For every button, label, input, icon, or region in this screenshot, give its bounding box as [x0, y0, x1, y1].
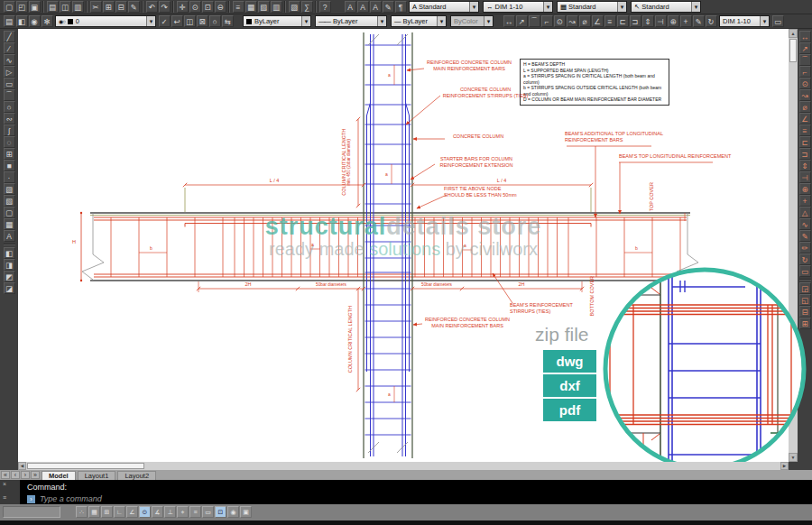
dim-aligned-icon[interactable]: ↗ — [799, 42, 811, 54]
dim-angular-icon[interactable]: ∠ — [799, 113, 811, 124]
layer-on-icon[interactable]: ◉ — [29, 15, 41, 27]
scroll-left-icon[interactable]: ◀ — [18, 462, 26, 470]
dim-linear-icon[interactable]: ↔ — [503, 15, 515, 27]
next-tab-icon[interactable]: › — [21, 471, 30, 479]
annotative-text-icon[interactable]: A — [370, 1, 382, 13]
properties-icon[interactable]: ≡ — [233, 1, 245, 13]
ortho-mode-button[interactable]: ∟ — [114, 506, 125, 518]
markup-icon[interactable]: ▨ — [289, 1, 300, 13]
scroll-right-icon[interactable]: ▶ — [780, 462, 789, 470]
badge-dxf[interactable]: dxf — [543, 374, 596, 397]
tab-model[interactable]: Model — [42, 471, 76, 480]
horizontal-scroll-thumb[interactable] — [27, 463, 144, 469]
dim-edit-icon[interactable]: ✎ — [799, 230, 811, 242]
cut-icon[interactable]: ✂ — [90, 1, 102, 13]
command-input[interactable]: Type a command — [40, 494, 102, 503]
first-tab-icon[interactable]: « — [1, 471, 10, 479]
table-icon[interactable]: ▦ — [4, 218, 15, 230]
quick-properties-button[interactable]: ⊡ — [215, 506, 226, 518]
linetype-combo[interactable]: ——ByLayer — [315, 15, 387, 27]
ellipse-icon[interactable]: ◌ — [4, 136, 15, 148]
layer-lock-icon[interactable]: ⊠ — [197, 15, 208, 27]
selection-cycling-button[interactable]: ◉ — [227, 506, 239, 518]
dim-break-icon[interactable]: ⊣ — [655, 15, 667, 27]
dim-ordinate-icon[interactable]: ⌐ — [799, 66, 811, 78]
gradient-icon[interactable]: ▧ — [4, 195, 15, 207]
paste-icon[interactable]: ⊟ — [115, 1, 127, 13]
layer-combo[interactable]: ◉○0 — [55, 15, 156, 27]
layer-freeze-icon[interactable]: ✻ — [42, 15, 53, 27]
object-snap-button[interactable]: ⊙ — [139, 506, 151, 518]
match-properties-icon[interactable]: ✎ — [128, 1, 140, 13]
text-style-combo[interactable]: AStandard — [409, 1, 479, 13]
help-icon[interactable]: ? — [319, 1, 331, 13]
dim-space-icon[interactable]: ⇕ — [642, 15, 654, 27]
layer-states-icon[interactable]: ◧ — [16, 15, 28, 27]
plot-icon[interactable]: ▤ — [47, 1, 59, 13]
dim-ordinate-icon[interactable]: ⌐ — [541, 15, 553, 27]
hatch-icon[interactable]: ▨ — [4, 183, 15, 195]
customize-icon[interactable]: ≡ — [3, 494, 6, 501]
command-window[interactable]: × ≡ Command: › Type a command — [0, 480, 812, 504]
dim-arc-icon[interactable]: ⌒ — [529, 15, 540, 27]
dim-text-edit-icon[interactable]: ✏ — [799, 242, 811, 253]
close-icon[interactable]: × — [3, 481, 6, 487]
insert-block-icon[interactable]: ⊞ — [4, 148, 15, 160]
dim-style-combo[interactable]: ↔DIM 1-10 — [483, 1, 553, 13]
dim-continue-icon[interactable]: ⊐ — [799, 148, 811, 160]
table-style-combo[interactable]: ▦Standard — [557, 1, 627, 13]
tab-layout2[interactable]: Layout2 — [117, 471, 156, 480]
rectangle-icon[interactable]: ▭ — [4, 78, 15, 89]
line-icon[interactable]: ╱ — [4, 31, 15, 42]
dim-edit-icon[interactable]: ✎ — [693, 15, 705, 27]
layer-match-icon[interactable]: ⇆ — [222, 15, 234, 27]
center-mark-icon[interactable]: + — [680, 15, 692, 27]
infer-constraints-button[interactable]: ∴ — [76, 506, 88, 518]
circle-icon[interactable]: ○ — [4, 101, 15, 113]
zoom-window-icon[interactable]: ⊡ — [202, 1, 214, 13]
scroll-up-icon[interactable]: ▲ — [789, 29, 798, 38]
polyline-icon[interactable]: ∿ — [4, 54, 15, 66]
dim-style-dialog-icon[interactable]: ▭ — [772, 15, 784, 27]
save-icon[interactable]: ▣ — [29, 1, 41, 13]
edit-hatch-icon[interactable]: ◨ — [4, 259, 15, 271]
lineweight-combo[interactable]: —ByLayer — [391, 15, 447, 27]
badge-dwg[interactable]: dwg — [543, 350, 596, 373]
center-mark-icon[interactable]: + — [799, 195, 811, 207]
tolerance-icon[interactable]: ⊕ — [668, 15, 679, 27]
dynamic-input-button[interactable]: ⌖ — [177, 506, 189, 518]
quickcalc-icon[interactable]: ∑ — [301, 1, 313, 13]
pan-icon[interactable]: ✛ — [177, 1, 189, 13]
dim-continue-icon[interactable]: ⊐ — [630, 15, 641, 27]
quick-dim-icon[interactable]: ≡ — [799, 124, 811, 136]
dim-diameter-icon[interactable]: ⌀ — [579, 15, 591, 27]
spline-icon[interactable]: ∫ — [4, 124, 15, 136]
layer-walk-icon[interactable]: ◫ — [184, 15, 196, 27]
redo-icon[interactable]: ↷ — [159, 1, 171, 13]
new-icon[interactable]: ▢ — [4, 1, 15, 13]
copy-icon[interactable]: ⊞ — [103, 1, 115, 13]
designcenter-icon[interactable]: ▦ — [245, 1, 257, 13]
construction-line-icon[interactable]: ⁄ — [4, 42, 15, 54]
tolerance-icon[interactable]: ⊕ — [799, 183, 811, 195]
dim-diameter-icon[interactable]: ⌀ — [799, 101, 811, 113]
tool-palettes-icon[interactable]: ▧ — [258, 1, 270, 13]
dim-radius-icon[interactable]: ⊙ — [799, 78, 811, 89]
dim-space-icon[interactable]: ⇕ — [799, 160, 811, 171]
layer-off-icon[interactable]: ○ — [209, 15, 221, 27]
transparency-button[interactable]: ▭ — [202, 506, 214, 518]
vertical-scroll-thumb[interactable] — [789, 39, 797, 62]
dim-style-combo-2[interactable]: DIM 1-10 — [719, 15, 770, 27]
dim-arc-icon[interactable]: ⌒ — [799, 54, 811, 66]
annotation-monitor-button[interactable]: ▣ — [240, 506, 252, 518]
sheet-set-manager-icon[interactable]: ▥ — [271, 1, 282, 13]
dim-baseline-icon[interactable]: ⊏ — [617, 15, 629, 27]
quick-dim-icon[interactable]: ≡ — [604, 15, 616, 27]
dim-jogged-icon[interactable]: ↝ — [567, 15, 578, 27]
single-text-icon[interactable]: A — [357, 1, 369, 13]
dim-break-icon[interactable]: ⊣ — [799, 171, 811, 183]
dim-baseline-icon[interactable]: ⊏ — [799, 136, 811, 148]
text-style-icon[interactable]: A — [345, 1, 356, 13]
publish-icon[interactable]: ▥ — [72, 1, 84, 13]
arc-icon[interactable]: ⌒ — [4, 89, 15, 101]
